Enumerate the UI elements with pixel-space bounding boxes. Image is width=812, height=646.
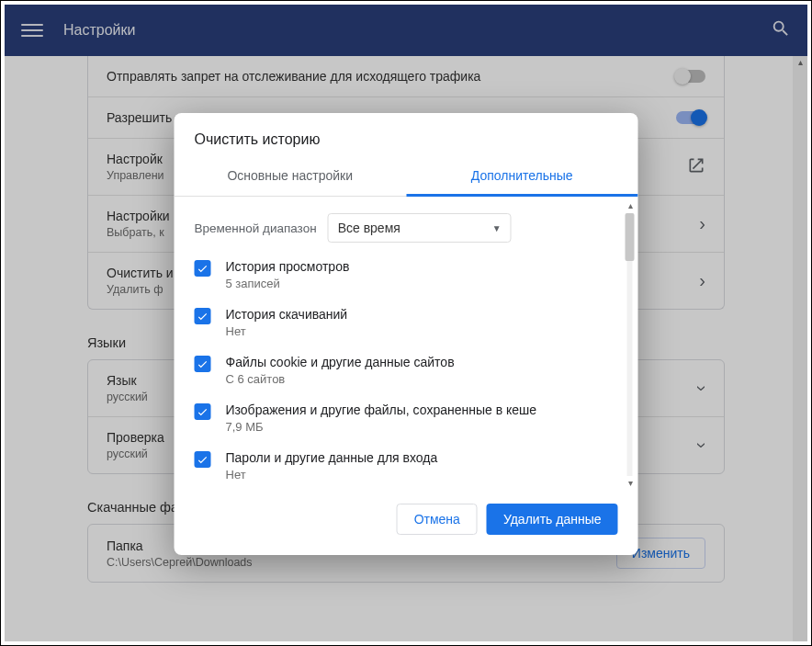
option-title: История просмотров [226,259,350,274]
option-title: Пароли и другие данные для входа [226,450,438,465]
scroll-thumb[interactable] [626,213,635,261]
tab-advanced[interactable]: Дополнительные [406,157,638,196]
option-sub: С 6 сайтов [226,372,455,386]
checkbox-icon[interactable] [195,451,211,468]
tab-basic[interactable]: Основные настройки [175,157,407,196]
option-title: Изображения и другие файлы, сохраненные … [226,402,537,417]
dialog-body: Временной диапазон Все время ▼ История п… [175,197,638,491]
option-browsing-history[interactable]: История просмотров 5 записей [195,259,618,290]
option-sub: 7,9 МБ [226,420,537,434]
checkbox-icon[interactable] [195,308,211,324]
checkbox-icon[interactable] [195,260,211,277]
option-cached-images[interactable]: Изображения и другие файлы, сохраненные … [195,402,618,434]
time-range-select[interactable]: Все время ▼ [328,213,512,243]
checkbox-icon[interactable] [195,403,211,420]
time-range-value: Все время [338,221,400,235]
dialog-footer: Отмена Удалить данные [175,491,638,555]
option-cookies[interactable]: Файлы cookie и другие данные сайтов С 6 … [195,355,618,386]
scroll-up-icon[interactable]: ▴ [626,200,637,211]
option-passwords[interactable]: Пароли и другие данные для входа Нет [195,450,618,482]
cancel-button[interactable]: Отмена [397,504,478,535]
option-sub: Нет [226,324,348,338]
option-sub: Нет [226,468,438,482]
scroll-down-icon[interactable]: ▾ [626,478,637,489]
dialog-scrollbar[interactable]: ▴ ▾ [624,200,637,489]
time-range-label: Временной диапазон [195,221,317,235]
dialog-tabs: Основные настройки Дополнительные [175,157,638,197]
clear-history-dialog: Очистить историю Основные настройки Допо… [175,113,638,555]
option-title: Файлы cookie и другие данные сайтов [226,355,455,369]
checkbox-icon[interactable] [195,356,211,372]
option-download-history[interactable]: История скачиваний Нет [195,307,618,338]
option-sub: 5 записей [226,277,350,290]
option-title: История скачиваний [226,307,348,322]
clear-data-button[interactable]: Удалить данные [487,504,618,535]
dropdown-icon: ▼ [492,223,502,233]
dialog-title: Очистить историю [175,113,638,157]
